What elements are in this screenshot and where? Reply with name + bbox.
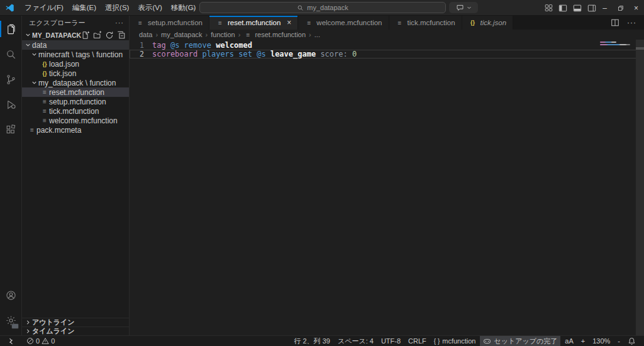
- title-bar: ファイル(F)編集(E)選択(S)表示(V)移動(G)··· ← → my_da…: [0, 0, 644, 16]
- toggle-secondary-sidebar-icon[interactable]: [587, 4, 596, 13]
- collapse-all-icon[interactable]: [117, 31, 126, 40]
- tree-item-welcome.mcfunction[interactable]: ≡welcome.mcfunction: [22, 116, 129, 125]
- token: welcomed: [216, 41, 252, 50]
- close-icon[interactable]: ×: [628, 0, 644, 16]
- json-file-icon: {}: [40, 70, 49, 77]
- tree-item-pack.mcmeta[interactable]: ≡pack.mcmeta: [22, 125, 129, 135]
- mcfunction-file-icon: ≡: [396, 20, 404, 26]
- new-folder-icon[interactable]: [93, 31, 102, 40]
- sidebar-more-actions-icon[interactable]: ···: [115, 19, 124, 26]
- status-label: スペース: 4: [338, 337, 374, 346]
- status-zoom-in[interactable]: +: [578, 336, 588, 346]
- tab-tick.json[interactable]: {}tick.json: [462, 16, 514, 30]
- history-navigation: ← →: [174, 0, 197, 16]
- minimize-icon[interactable]: –: [597, 0, 613, 16]
- status-font-zoom[interactable]: aA: [562, 336, 576, 346]
- tab-welcome.mcfunction[interactable]: ≡welcome.mcfunction: [298, 16, 389, 30]
- source-control-icon: [5, 74, 17, 86]
- problems-status[interactable]: 0 0: [23, 336, 58, 346]
- forward-icon[interactable]: →: [189, 3, 197, 13]
- menu-item-2[interactable]: 選択(S): [101, 0, 133, 15]
- status-eol[interactable]: CRLF: [405, 336, 430, 346]
- breadcrumb-separator-icon: ›: [309, 31, 311, 38]
- activity-item-search[interactable]: [0, 42, 21, 67]
- tree-item-minecraft-tags-function[interactable]: minecraft \ tags \ function: [22, 50, 129, 59]
- mcfunction-file-icon: ≡: [304, 20, 313, 26]
- breadcrumb-item-reset.mcfunction[interactable]: ≡reset.mcfunction: [243, 31, 306, 38]
- status-encoding[interactable]: UTF-8: [378, 336, 404, 346]
- remote-indicator[interactable]: [4, 336, 18, 346]
- window-controls: – ×: [597, 0, 644, 16]
- code-line-2[interactable]: 2scoreboard players set @s leave_game sc…: [130, 50, 644, 59]
- chevron-down-icon: [30, 79, 38, 86]
- status-label: セットアップの完了: [494, 337, 557, 346]
- menu-item-0[interactable]: ファイル(F): [20, 0, 68, 15]
- vscode-logo-icon: [5, 3, 14, 13]
- breadcrumb-item-my-datapack[interactable]: my_datapack: [161, 31, 202, 38]
- json-file-icon: {}: [469, 20, 477, 26]
- activity-item-explorer[interactable]: [0, 16, 21, 42]
- split-editor-icon[interactable]: [611, 18, 619, 27]
- tab-setup.mcfunction[interactable]: ≡setup.mcfunction: [130, 16, 209, 30]
- code-editor[interactable]: 1tag @s remove welcomed2scoreboard playe…: [130, 40, 644, 335]
- back-icon[interactable]: ←: [174, 3, 182, 13]
- status-notifications[interactable]: [625, 336, 639, 346]
- activity-item-accounts[interactable]: [0, 282, 21, 308]
- tree-item-setup.mcfunction[interactable]: ≡setup.mcfunction: [22, 97, 129, 106]
- tab-reset.mcfunction[interactable]: ≡reset.mcfunction×: [209, 16, 298, 30]
- restore-icon[interactable]: [613, 0, 628, 16]
- activity-item-settings[interactable]: [0, 308, 21, 333]
- breadcrumb-item-function[interactable]: function: [211, 31, 235, 38]
- breadcrumb-item-data[interactable]: data: [139, 31, 152, 38]
- tab-tick.mcfunction[interactable]: ≡tick.mcfunction: [389, 16, 462, 30]
- timeline-panel-header[interactable]: タイムライン: [22, 326, 129, 335]
- line-content: tag @s remove welcomed: [152, 41, 252, 50]
- refresh-icon[interactable]: [105, 31, 114, 40]
- status-setup-status[interactable]: セットアップの完了: [480, 336, 560, 346]
- tab-close-icon[interactable]: ×: [287, 18, 291, 27]
- editor-scrollbar[interactable]: [636, 40, 644, 335]
- activity-item-extensions[interactable]: [0, 117, 21, 142]
- command-center-value: my_datapack: [307, 4, 348, 11]
- toggle-panel-icon[interactable]: [573, 4, 582, 13]
- new-file-icon[interactable]: [81, 31, 90, 40]
- tree-item-data[interactable]: data: [22, 40, 129, 50]
- status-cursor-position[interactable]: 行 2、列 39: [291, 336, 333, 346]
- status-zoom-level[interactable]: 130%: [589, 336, 613, 346]
- code-line-1[interactable]: 1tag @s remove welcomed: [130, 41, 644, 50]
- menu-item-1[interactable]: 編集(E): [68, 0, 101, 15]
- line-number: 1: [130, 41, 152, 50]
- tree-item-tick.mcfunction[interactable]: ≡tick.mcfunction: [22, 106, 129, 116]
- status-zoom-out[interactable]: -: [614, 336, 623, 346]
- status-indentation[interactable]: スペース: 4: [335, 336, 377, 346]
- breadcrumb-item-...[interactable]: ...: [314, 31, 320, 38]
- status-label: aA: [565, 337, 573, 345]
- tree-item-tick.json[interactable]: {}tick.json: [22, 69, 129, 78]
- activity-item-source-control[interactable]: [0, 67, 21, 92]
- tree-item-reset.mcfunction[interactable]: ≡reset.mcfunction: [22, 87, 129, 97]
- customize-layout-icon[interactable]: [545, 4, 553, 12]
- tree-item-label: tick.json: [49, 69, 76, 78]
- menu-item-3[interactable]: 表示(V): [133, 0, 166, 15]
- mcfunction-file-icon: ≡: [243, 31, 252, 38]
- error-count: 0: [36, 337, 40, 345]
- mcfunction-file-icon: ≡: [40, 89, 49, 96]
- chevron-down-icon: [24, 42, 32, 48]
- overview-ruler-cursor-marker: [636, 47, 644, 50]
- toggle-primary-sidebar-icon[interactable]: [558, 4, 567, 13]
- minimap[interactable]: [597, 40, 636, 335]
- status-language-mode[interactable]: { }mcfunction: [431, 336, 479, 346]
- outline-panel-header[interactable]: アウトライン: [22, 318, 129, 326]
- explorer-section-header[interactable]: MY_DATAPACK: [22, 30, 129, 40]
- tree-item-label: pack.mcmeta: [36, 126, 81, 135]
- editor-more-actions-icon[interactable]: ···: [627, 18, 636, 27]
- tree-item-load.json[interactable]: {}load.json: [22, 59, 129, 69]
- breadcrumb-separator-icon: ›: [155, 31, 158, 38]
- sidebar-title: エクスプローラー: [29, 18, 86, 28]
- line-content: scoreboard players set @s leave_game sco…: [152, 50, 357, 59]
- activity-item-run-debug[interactable]: [0, 92, 21, 117]
- command-center-search[interactable]: my_datapack: [199, 2, 446, 13]
- copilot-menu[interactable]: [449, 2, 478, 13]
- setup-icon: [483, 338, 491, 345]
- tree-item-my-datapack-function[interactable]: my_datapack \ function: [22, 78, 129, 87]
